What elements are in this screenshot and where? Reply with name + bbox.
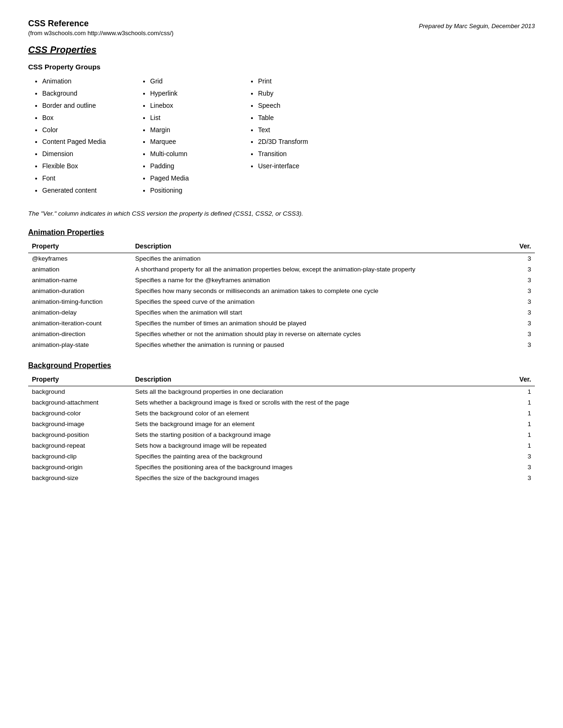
list-item: List (150, 112, 249, 124)
table-row: animation-direction Specifies whether or… (28, 329, 535, 339)
property-cell: animation-iteration-count (28, 318, 131, 329)
description-cell: Specifies the size of the background ima… (131, 473, 511, 483)
list-item: Multi-column (150, 148, 249, 160)
background-table: Property Description Ver. background Set… (28, 374, 535, 483)
property-cell: animation-name (28, 275, 131, 285)
list-item: Margin (150, 124, 249, 136)
list-item: Table (258, 112, 357, 124)
property-cell: animation-play-state (28, 339, 131, 350)
property-groups-col3: PrintRubySpeechTableText2D/3D TransformT… (249, 75, 357, 197)
description-cell: Specifies how many seconds or millisecon… (131, 285, 511, 296)
property-cell: background-origin (28, 462, 131, 473)
version-cell: 3 (511, 275, 535, 285)
description-cell: Specifies when the animation will start (131, 307, 511, 318)
prepared-by: Prepared by Marc Seguin, December 2013 (28, 23, 535, 30)
list-item: Font (42, 173, 141, 185)
list-item: Grid (150, 75, 249, 88)
description-cell: Specifies whether or not the animation s… (131, 329, 511, 339)
version-cell: 3 (511, 307, 535, 318)
list-item: Background (42, 88, 141, 100)
animation-col-ver: Ver. (511, 240, 535, 253)
table-row: @keyframes Specifies the animation 3 (28, 253, 535, 264)
description-cell: Specifies the animation (131, 253, 511, 264)
table-row: background-image Sets the background ima… (28, 419, 535, 429)
list-item: Generated content (42, 185, 141, 197)
description-cell: Specifies the speed curve of the animati… (131, 296, 511, 307)
property-cell: animation-direction (28, 329, 131, 339)
list-item: Paged Media (150, 173, 249, 185)
list-item: Ruby (258, 88, 357, 100)
list-item: Animation (42, 75, 141, 88)
main-section-title: CSS Properties (28, 45, 535, 55)
list-item: Linebox (150, 100, 249, 112)
property-cell: background-position (28, 429, 131, 440)
property-cell: animation-timing-function (28, 296, 131, 307)
description-cell: Specifies the painting area of the backg… (131, 451, 511, 462)
list-item: Padding (150, 160, 249, 173)
table-row: animation-iteration-count Specifies the … (28, 318, 535, 329)
version-cell: 1 (511, 408, 535, 419)
table-row: background-repeat Sets how a background … (28, 440, 535, 451)
property-groups-heading: CSS Property Groups (28, 63, 535, 71)
table-row: background-origin Specifies the position… (28, 462, 535, 473)
animation-table: Property Description Ver. @keyframes Spe… (28, 240, 535, 350)
list-item: Color (42, 124, 141, 136)
property-cell: animation-delay (28, 307, 131, 318)
table-row: animation-timing-function Specifies the … (28, 296, 535, 307)
table-row: background-clip Specifies the painting a… (28, 451, 535, 462)
property-cell: animation-duration (28, 285, 131, 296)
list-item: Positioning (150, 185, 249, 197)
list-item: Hyperlink (150, 88, 249, 100)
table-row: background-size Specifies the size of th… (28, 473, 535, 483)
list-item: 2D/3D Transform (258, 136, 357, 148)
table-row: background-attachment Sets whether a bac… (28, 397, 535, 408)
property-cell: background-repeat (28, 440, 131, 451)
animation-col-desc: Description (131, 240, 511, 253)
background-col-ver: Ver. (511, 374, 535, 386)
table-row: background-color Sets the background col… (28, 408, 535, 419)
table-row: animation-delay Specifies when the anima… (28, 307, 535, 318)
animation-section: Animation Properties Property Descriptio… (28, 228, 535, 350)
description-cell: Specifies whether the animation is runni… (131, 339, 511, 350)
background-col-desc: Description (131, 374, 511, 386)
description-cell: Sets whether a background image is fixed… (131, 397, 511, 408)
property-groups-col2: GridHyperlinkLineboxListMarginMarqueeMul… (141, 75, 249, 197)
list-item: User-interface (258, 160, 357, 173)
version-cell: 3 (511, 462, 535, 473)
list-item: Dimension (42, 148, 141, 160)
table-row: animation-duration Specifies how many se… (28, 285, 535, 296)
property-cell: background-image (28, 419, 131, 429)
property-cell: background (28, 386, 131, 397)
version-cell: 3 (511, 253, 535, 264)
property-groups: AnimationBackgroundBorder and outlineBox… (33, 75, 535, 197)
version-cell: 1 (511, 429, 535, 440)
description-cell: Specifies the number of times an animati… (131, 318, 511, 329)
property-cell: animation (28, 264, 131, 275)
list-item: Marquee (150, 136, 249, 148)
background-section: Background Properties Property Descripti… (28, 361, 535, 483)
list-item: Transition (258, 148, 357, 160)
ver-note: The "Ver." column indicates in which CSS… (28, 210, 535, 217)
description-cell: Sets how a background image will be repe… (131, 440, 511, 451)
table-row: background Sets all the background prope… (28, 386, 535, 397)
version-cell: 3 (511, 296, 535, 307)
property-cell: background-attachment (28, 397, 131, 408)
list-item: Speech (258, 100, 357, 112)
description-cell: Sets the background color of an element (131, 408, 511, 419)
background-col-property: Property (28, 374, 131, 386)
animation-col-property: Property (28, 240, 131, 253)
property-cell: background-size (28, 473, 131, 483)
version-cell: 1 (511, 419, 535, 429)
list-item: Content Paged Media (42, 136, 141, 148)
property-cell: background-color (28, 408, 131, 419)
version-cell: 3 (511, 339, 535, 350)
version-cell: 1 (511, 386, 535, 397)
list-item: Flexible Box (42, 160, 141, 173)
table-row: animation A shorthand property for all t… (28, 264, 535, 275)
property-cell: background-clip (28, 451, 131, 462)
page-subtitle: (from w3schools.com http://www.w3schools… (28, 30, 535, 37)
background-section-title: Background Properties (28, 361, 535, 370)
description-cell: Specifies a name for the @keyframes anim… (131, 275, 511, 285)
description-cell: Sets the starting position of a backgrou… (131, 429, 511, 440)
version-cell: 3 (511, 473, 535, 483)
